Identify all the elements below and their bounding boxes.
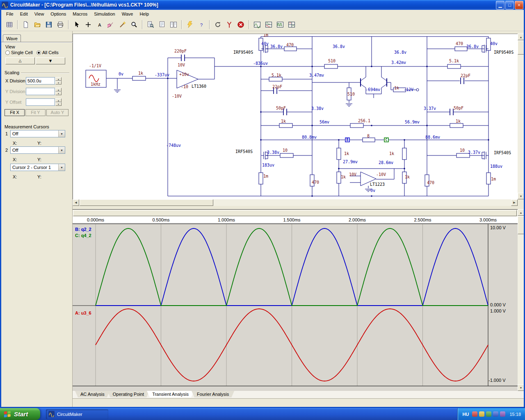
menu-edit[interactable]: Edit bbox=[17, 11, 31, 17]
resistor[interactable] bbox=[337, 172, 341, 183]
schematic-label[interactable]: 1k bbox=[344, 151, 349, 156]
new-document-button[interactable] bbox=[21, 19, 31, 30]
tray-green-icon[interactable] bbox=[486, 411, 491, 417]
tray-purple-icon[interactable] bbox=[500, 411, 505, 417]
schematic-label[interactable]: 10 bbox=[283, 148, 288, 153]
wand-tool-button[interactable] bbox=[117, 19, 128, 30]
spinner-up-icon[interactable]: ▲ bbox=[55, 77, 62, 81]
plot-background[interactable] bbox=[73, 224, 518, 386]
cursor-diff-select[interactable]: Cursor 2 - Cursor 1 ▼ bbox=[10, 164, 65, 171]
resistor[interactable] bbox=[363, 138, 375, 142]
page-preview-button[interactable] bbox=[157, 19, 167, 30]
schematic-label[interactable]: 1k bbox=[138, 71, 143, 75]
menu-options[interactable]: Options bbox=[47, 11, 69, 17]
split-view-button[interactable] bbox=[168, 19, 179, 30]
schematic-canvas[interactable]: BC-1/1V1kHz0v1k-337uv220pF10V+10v-10LT13… bbox=[73, 34, 518, 199]
schematic-label[interactable]: 1k bbox=[456, 119, 461, 123]
scroll-right-icon[interactable]: ▶ bbox=[511, 199, 518, 206]
schematic-label[interactable]: -1/1V bbox=[89, 64, 101, 68]
schematic-vscrollbar[interactable]: ▲ ▼ bbox=[518, 34, 524, 199]
schematic-label[interactable]: -10 bbox=[181, 84, 188, 89]
probe-tool-button[interactable] bbox=[224, 19, 235, 30]
schematic-label[interactable]: 510 bbox=[347, 92, 355, 96]
help-button[interactable]: ? bbox=[196, 19, 207, 30]
resistor[interactable] bbox=[486, 173, 491, 184]
schematic-label[interactable]: 1k bbox=[394, 86, 399, 90]
y-division-input[interactable] bbox=[26, 88, 55, 95]
waveform-vscroll-thumb[interactable] bbox=[518, 216, 524, 234]
schematic-label[interactable]: IRF9540S bbox=[233, 50, 253, 55]
tab-transient-analysis[interactable]: Transient Analysis bbox=[147, 391, 194, 397]
resistor[interactable] bbox=[280, 153, 293, 158]
schematic-label[interactable]: LT1360 bbox=[192, 84, 206, 89]
plus-tool-button[interactable] bbox=[83, 19, 94, 30]
scroll-up-icon[interactable]: ▲ bbox=[518, 34, 524, 40]
cursor2-select[interactable]: Off ▼ bbox=[10, 146, 65, 154]
schematic-label[interactable]: 220pF bbox=[174, 49, 187, 53]
mosfet[interactable] bbox=[482, 151, 488, 160]
tab-operating-point[interactable]: Operating Point bbox=[107, 391, 149, 397]
schematic-label[interactable]: IRF9540S bbox=[494, 50, 514, 55]
menu-macros[interactable]: Macros bbox=[69, 11, 91, 17]
minimize-button[interactable]: ▁ bbox=[496, 1, 504, 9]
schematic-label[interactable]: 1kHz bbox=[91, 82, 100, 87]
title-bar[interactable]: CircuitMaker - [C:\Program Files\...\fél… bbox=[0, 0, 525, 10]
zoom-tool-button[interactable] bbox=[129, 19, 139, 30]
print-button[interactable] bbox=[55, 19, 66, 30]
scope-digital-button[interactable] bbox=[275, 19, 285, 30]
schematic-label[interactable]: 256.1 bbox=[358, 119, 370, 123]
auto-y-button[interactable]: Auto Y bbox=[46, 109, 68, 116]
resistor[interactable] bbox=[284, 47, 297, 51]
resistor[interactable] bbox=[447, 64, 461, 68]
resistor[interactable] bbox=[269, 77, 282, 81]
transistor[interactable] bbox=[381, 77, 387, 88]
resistor[interactable] bbox=[402, 148, 406, 160]
x-division-input[interactable] bbox=[26, 77, 55, 84]
resistor[interactable] bbox=[132, 76, 146, 80]
cursor1-select[interactable]: Off ▼ bbox=[10, 130, 65, 137]
delete-tool-button[interactable] bbox=[106, 19, 116, 30]
schematic-label[interactable]: 470 bbox=[456, 41, 463, 46]
reset-button[interactable] bbox=[212, 19, 223, 30]
radio-single-cell[interactable] bbox=[5, 50, 10, 55]
pan-thumb[interactable] bbox=[73, 210, 517, 216]
waveform-viewer[interactable]: 0.000ms0.500ms1.000ms1.500ms2.000ms2.500… bbox=[73, 209, 518, 391]
trace-label-b[interactable]: B: q2_2 bbox=[75, 227, 91, 232]
scope-single-button[interactable] bbox=[252, 19, 262, 30]
terminal[interactable] bbox=[416, 89, 419, 91]
tray-yellow-icon[interactable] bbox=[479, 411, 484, 417]
schematic-label[interactable]: 1m bbox=[263, 174, 268, 178]
tray-blue-icon[interactable] bbox=[493, 411, 498, 417]
scroll-cell-up-button[interactable]: △ bbox=[5, 57, 35, 64]
schematic-label[interactable]: 510 bbox=[328, 59, 336, 63]
schematic-label[interactable]: 8 bbox=[367, 134, 370, 138]
menu-simulation[interactable]: Simulation bbox=[91, 11, 118, 17]
close-button[interactable]: × bbox=[515, 1, 523, 9]
splitter[interactable] bbox=[73, 206, 524, 209]
menu-file[interactable]: File bbox=[3, 11, 17, 17]
resistor[interactable] bbox=[337, 148, 341, 160]
trace-label-a[interactable]: A: u3_6 bbox=[75, 310, 91, 315]
schematic-hscroll-thumb[interactable] bbox=[80, 199, 213, 206]
waveform-vscrollbar[interactable]: ▲ ▼ bbox=[518, 209, 524, 391]
schematic-label[interactable]: 470 bbox=[427, 180, 434, 185]
scroll-down-icon[interactable]: ▼ bbox=[518, 193, 524, 199]
schematic-svg[interactable]: BC-1/1V1kHz0v1k-337uv220pF10V+10v-10LT13… bbox=[73, 34, 518, 200]
schematic-label[interactable]: 1k bbox=[405, 175, 410, 179]
schematic-label[interactable]: 1m bbox=[491, 177, 496, 181]
schematic-label[interactable]: -10V bbox=[376, 172, 386, 177]
capacitor[interactable] bbox=[181, 55, 185, 61]
capacitor[interactable] bbox=[450, 109, 453, 115]
arrow-tool-button[interactable] bbox=[71, 19, 82, 30]
open-file-button[interactable] bbox=[32, 19, 43, 30]
run-simulation-button[interactable] bbox=[185, 19, 195, 30]
spinner-up-icon[interactable]: ▲ bbox=[55, 98, 62, 102]
task-button-circuitmaker[interactable]: CircuitMaker bbox=[46, 409, 108, 419]
schematic-vscroll-thumb[interactable] bbox=[518, 41, 524, 55]
schematic-label[interactable]: 1k bbox=[341, 175, 346, 179]
transistor[interactable] bbox=[361, 77, 366, 88]
trace-label-c[interactable]: C: q4_2 bbox=[75, 233, 91, 238]
find-part-button[interactable] bbox=[145, 19, 156, 30]
schematic-label[interactable]: 10 bbox=[460, 148, 465, 153]
schematic-label[interactable]: 22pF bbox=[272, 84, 282, 89]
